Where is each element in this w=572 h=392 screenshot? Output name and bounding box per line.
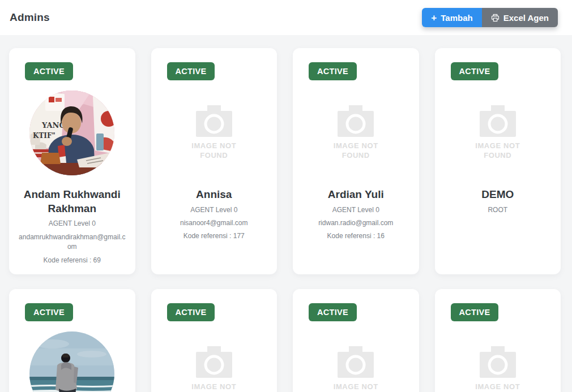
image-not-found-text: IMAGE NOT FOUND bbox=[191, 382, 236, 392]
page-title: Admins bbox=[10, 11, 50, 24]
status-badge: ACTIVE bbox=[25, 303, 73, 321]
image-not-found-placeholder: IMAGE NOT FOUND bbox=[473, 346, 522, 392]
card-image-area: YANG KTIF" bbox=[18, 80, 126, 185]
status-badge: ACTIVE bbox=[309, 303, 357, 321]
image-not-found-text: IMAGE NOT FOUND bbox=[475, 141, 520, 160]
admin-card: ACTIVE IMAGE NOT FOUND bbox=[293, 289, 419, 392]
status-badge: ACTIVE bbox=[167, 303, 215, 321]
image-not-found-placeholder: IMAGE NOT FOUND bbox=[190, 346, 238, 392]
admin-grid: ACTIVE YANG KTIF" Andam Rukhwandi Rakhma… bbox=[0, 35, 572, 392]
toolbar-button-group: + Tambah Excel Agen bbox=[422, 8, 558, 27]
card-image-area bbox=[18, 321, 126, 392]
member-name: Annisa bbox=[196, 188, 232, 202]
admin-card: ACTIVE IMAGE NOT FOUND Ardian Yuli AGENT… bbox=[293, 48, 419, 274]
excel-agen-button-label: Excel Agen bbox=[503, 13, 549, 23]
image-not-found-placeholder: IMAGE NOT FOUND bbox=[473, 105, 522, 160]
member-kode: Kode referensi : 69 bbox=[44, 256, 101, 265]
admin-card: ACTIVE IMAGE NOT FOUND bbox=[151, 289, 278, 392]
image-not-found-text: IMAGE NOT FOUND bbox=[334, 141, 378, 160]
admin-card: ACTIVE IMAGE NOT FOUND bbox=[435, 289, 561, 392]
status-badge: ACTIVE bbox=[309, 62, 357, 80]
card-image-area: IMAGE NOT FOUND bbox=[444, 321, 552, 392]
member-name: DEMO bbox=[481, 188, 514, 202]
card-image-area: IMAGE NOT FOUND bbox=[160, 80, 268, 185]
admin-card: ACTIVE YANG KTIF" Andam Rukhwandi Rakhma… bbox=[9, 48, 135, 274]
image-not-found-text: IMAGE NOT FOUND bbox=[475, 382, 520, 392]
card-image-area: IMAGE NOT FOUND bbox=[444, 80, 552, 185]
camera-icon bbox=[473, 105, 522, 139]
image-not-found-text: IMAGE NOT FOUND bbox=[334, 382, 378, 392]
member-role: AGENT Level 0 bbox=[332, 205, 379, 215]
top-header: Admins + Tambah Excel Agen bbox=[0, 0, 572, 35]
card-image-area: IMAGE NOT FOUND bbox=[160, 321, 268, 392]
image-not-found-placeholder: IMAGE NOT FOUND bbox=[331, 346, 380, 392]
printer-icon bbox=[491, 14, 500, 22]
member-kode: Kode referensi : 177 bbox=[183, 231, 245, 241]
camera-icon bbox=[190, 105, 238, 139]
status-badge: ACTIVE bbox=[25, 62, 73, 80]
image-not-found-placeholder: IMAGE NOT FOUND bbox=[190, 105, 238, 160]
member-role: ROOT bbox=[488, 205, 507, 215]
svg-text:KTIF": KTIF" bbox=[33, 132, 56, 140]
plus-icon: + bbox=[431, 13, 437, 23]
admin-card: ACTIVE IMAGE NOT FOUND Annisa AGENT Leve… bbox=[151, 48, 278, 274]
image-not-found-placeholder: IMAGE NOT FOUND bbox=[331, 105, 380, 160]
excel-agen-button[interactable]: Excel Agen bbox=[482, 8, 558, 27]
member-name: Ardian Yuli bbox=[328, 188, 384, 202]
camera-icon bbox=[331, 105, 380, 139]
camera-icon bbox=[331, 346, 380, 380]
admin-card: ACTIVE bbox=[9, 289, 135, 392]
image-not-found-text: IMAGE NOT FOUND bbox=[191, 141, 236, 160]
member-email: nisanoor4@gmail.com bbox=[180, 218, 248, 228]
card-image-area: IMAGE NOT FOUND bbox=[302, 80, 410, 185]
status-badge: ACTIVE bbox=[451, 303, 499, 321]
status-badge: ACTIVE bbox=[167, 62, 215, 80]
member-kode: Kode referensi : 16 bbox=[327, 231, 385, 241]
camera-icon bbox=[190, 346, 238, 380]
tambah-button[interactable]: + Tambah bbox=[422, 8, 481, 27]
member-role: AGENT Level 0 bbox=[49, 219, 96, 229]
card-image-area: IMAGE NOT FOUND bbox=[302, 321, 410, 392]
profile-photo bbox=[29, 331, 114, 392]
camera-icon bbox=[473, 346, 522, 380]
profile-photo: YANG KTIF" bbox=[29, 91, 114, 175]
member-email: ridwan.radio@gmail.com bbox=[318, 218, 393, 228]
tambah-button-label: Tambah bbox=[441, 13, 472, 23]
member-name: Andam Rukhwandi Rakhman bbox=[18, 188, 126, 216]
status-badge: ACTIVE bbox=[451, 62, 499, 80]
member-role: AGENT Level 0 bbox=[190, 205, 237, 215]
member-email: andamrukhwandirakhman@gmail.com bbox=[18, 232, 126, 252]
admin-card: ACTIVE IMAGE NOT FOUND DEMO ROOT bbox=[435, 48, 561, 274]
